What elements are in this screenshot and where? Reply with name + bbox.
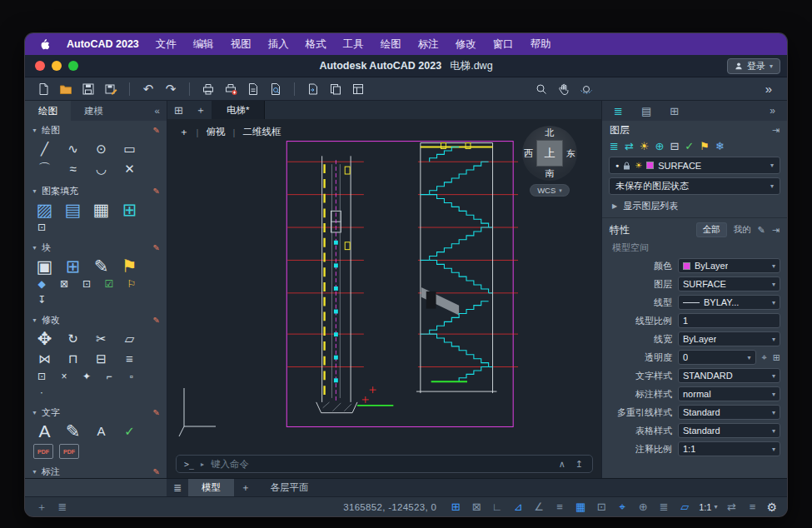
hatch-edit-icon[interactable]: ⊡: [33, 220, 50, 235]
plot-preview-button[interactable]: [267, 81, 284, 97]
annotation-scale-button[interactable]: 1:1 ▾: [699, 502, 717, 512]
tab-table-icon[interactable]: ⊞: [670, 105, 679, 117]
save-as-button[interactable]: [102, 81, 119, 97]
tab-modeling[interactable]: 建模: [71, 101, 117, 121]
insert-block-icon[interactable]: ▣: [33, 257, 56, 276]
menu-window[interactable]: 窗口: [493, 37, 514, 52]
triangle-down-icon[interactable]: ▼: [32, 188, 37, 194]
export-pdf-icon[interactable]: PDF: [33, 444, 53, 459]
close-window-button[interactable]: [35, 61, 45, 71]
stretch-tool-icon[interactable]: ▱: [118, 329, 141, 348]
viewport-menu-button[interactable]: ＋: [179, 126, 189, 138]
file-tab-elevator[interactable]: 电梯*: [212, 101, 265, 119]
rotate-tool-icon[interactable]: ↻: [62, 329, 84, 348]
layout-list-icon[interactable]: ≣: [167, 479, 188, 496]
color-dropdown[interactable]: ByLayer ▾: [678, 258, 780, 273]
open-file-button[interactable]: [57, 81, 74, 97]
trim-scissors-icon[interactable]: ✂: [90, 329, 112, 348]
menu-edit[interactable]: 编辑: [193, 37, 214, 52]
layer-prop-dropdown[interactable]: SURFACE ▾: [678, 276, 780, 291]
show-layer-list[interactable]: ▶ 显示图层列表: [602, 197, 787, 215]
modify-tool-icon[interactable]: ✦: [78, 369, 95, 384]
linetype-scale-input[interactable]: 1: [678, 313, 780, 328]
transparency-grid-icon[interactable]: ⊞: [773, 352, 780, 363]
create-block-icon[interactable]: ⊞: [62, 257, 84, 276]
save-button[interactable]: [80, 81, 97, 97]
pan-hand-button[interactable]: [555, 81, 572, 97]
fillet-tool-icon[interactable]: ⊓: [62, 349, 84, 368]
edit-pencil-icon[interactable]: ✎: [758, 225, 765, 236]
triangle-down-icon[interactable]: ▼: [32, 245, 37, 251]
mleader-style-dropdown[interactable]: Standard ▾: [678, 405, 780, 420]
login-button[interactable]: 登录 ▾: [727, 58, 780, 74]
triangle-down-icon[interactable]: ▼: [32, 469, 37, 475]
add-palette-button[interactable]: ＋: [35, 500, 48, 515]
block-tool-icon[interactable]: ◆: [33, 276, 50, 291]
menu-draw[interactable]: 绘图: [381, 37, 401, 52]
block-tool-icon[interactable]: ↧: [33, 292, 50, 307]
selection-cycling-icon[interactable]: ⊕: [636, 501, 650, 513]
command-collapse-icon[interactable]: ∧: [557, 459, 567, 470]
layer-match-icon[interactable]: ⇄: [625, 140, 634, 152]
triangle-down-icon[interactable]: ▼: [32, 127, 37, 133]
model-canvas[interactable]: ＋ | 俯视 | 二维线框 北 西 东 南 上 WCS: [167, 119, 601, 451]
table-style-dropdown[interactable]: Standard ▾: [678, 423, 780, 438]
modify-tool-icon[interactable]: ▫: [123, 369, 140, 384]
tab-sheet-icon[interactable]: ▤: [641, 105, 651, 117]
edit-pencil-icon[interactable]: ✎: [153, 467, 160, 476]
layer-freeze-icon[interactable]: ❄: [715, 140, 725, 152]
collapse-panel-icon[interactable]: «: [148, 101, 167, 121]
menu-modify[interactable]: 修改: [456, 37, 476, 52]
app-menu-title[interactable]: AutoCAD 2023: [67, 38, 139, 50]
customize-gear-icon[interactable]: ⚙: [766, 501, 777, 514]
viewcube-north[interactable]: 北: [545, 127, 555, 139]
filter-mine-button[interactable]: 我的: [734, 224, 751, 236]
panel-pin-icon[interactable]: ⇥: [772, 225, 780, 236]
triangle-down-icon[interactable]: ▼: [32, 410, 37, 416]
viewcube-top-face[interactable]: 上: [536, 140, 563, 167]
block-edit-icon[interactable]: ✎: [90, 257, 112, 276]
edit-pencil-icon[interactable]: ✎: [153, 408, 160, 417]
viewcube-east[interactable]: 东: [566, 147, 575, 160]
modify-tool-icon[interactable]: ⊡: [33, 369, 50, 384]
edit-pencil-icon[interactable]: ✎: [153, 126, 160, 135]
lineweight-dropdown[interactable]: ByLayer ▾: [678, 331, 780, 346]
hatch-tool-icon[interactable]: ▤: [62, 200, 84, 219]
otrack-toggle-icon[interactable]: ≡: [553, 501, 566, 513]
edit-pencil-icon[interactable]: ✎: [153, 243, 160, 252]
menu-tools[interactable]: 工具: [343, 37, 364, 52]
lineweight-toggle-icon[interactable]: ⊡: [595, 501, 608, 513]
dim-style-dropdown[interactable]: normal ▾: [678, 386, 780, 401]
ortho-toggle-icon[interactable]: ∟: [491, 501, 504, 513]
apple-menu-icon[interactable]: [38, 38, 50, 50]
annotation-visibility-icon[interactable]: ≣: [657, 501, 670, 513]
attribute-icon[interactable]: ⚑: [118, 257, 141, 276]
polar-toggle-icon[interactable]: ⊿: [511, 501, 525, 513]
polyline-tool-icon[interactable]: ∿: [62, 139, 84, 158]
block-tool-icon[interactable]: ⚐: [123, 276, 140, 291]
viewcube[interactable]: 北 西 东 南 上 WCS ▾: [520, 126, 580, 197]
boundary-tool-icon[interactable]: ⊞: [118, 200, 141, 219]
ellipse-tool-icon[interactable]: ◡: [90, 159, 112, 178]
edit-pencil-icon[interactable]: ✎: [153, 316, 160, 325]
zoom-window-button[interactable]: [68, 61, 78, 71]
find-button[interactable]: [533, 81, 550, 97]
menu-view[interactable]: 视图: [231, 37, 252, 52]
modify-tool-icon[interactable]: ⌐: [101, 369, 117, 384]
modify-tool-icon[interactable]: ×: [56, 369, 72, 384]
isodraft-toggle-icon[interactable]: ∠: [532, 501, 545, 513]
wcs-menu[interactable]: WCS ▾: [530, 184, 570, 197]
undo-button[interactable]: ↶: [140, 81, 157, 97]
layer-off-icon[interactable]: ⊟: [670, 140, 679, 152]
tab-model[interactable]: 模型: [188, 479, 234, 496]
edit-pencil-icon[interactable]: ✎: [153, 187, 160, 196]
rectangle-tool-icon[interactable]: ▭: [118, 139, 141, 158]
filter-all-button[interactable]: 全部: [696, 222, 727, 237]
layer-states-dropdown[interactable]: 未保存的图层状态 ▾: [609, 177, 780, 195]
command-input[interactable]: [211, 459, 550, 469]
new-layout-button[interactable]: ＋: [234, 479, 257, 496]
mirror-tool-icon[interactable]: ⋈: [33, 349, 56, 368]
layer-flag-icon[interactable]: ⚑: [700, 140, 710, 152]
minimize-window-button[interactable]: [52, 61, 62, 71]
block-tool-icon[interactable]: ☑: [101, 276, 117, 291]
